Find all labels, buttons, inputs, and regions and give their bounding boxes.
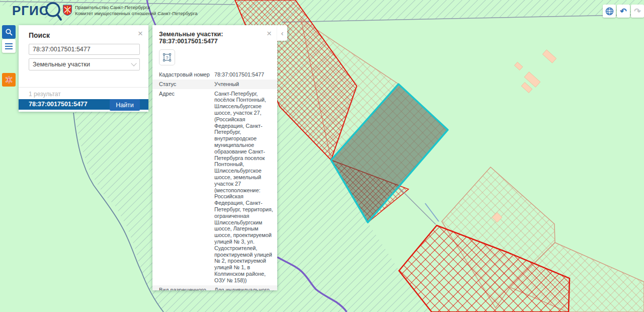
details-table: Кадастровый номер 78:37:0017501:5477 Ста… (152, 70, 277, 290)
results-count: 1 результат (19, 87, 148, 99)
search-panel: Поиск × Земельные участки Найти 1 резуль… (19, 25, 148, 112)
search-panel-title: Поиск (19, 25, 148, 41)
org-line-1: Правительство Санкт-Петербурга (75, 5, 198, 11)
details-panel-title: Земельные участки: 78:37:0017501:5477 (152, 25, 277, 46)
category-select[interactable]: Земельные участки (29, 58, 140, 70)
row-label: Адрес (159, 91, 214, 284)
menu-icon-bar (5, 43, 13, 44)
spb-emblem-icon (4, 75, 14, 85)
details-panel: Земельные участки: 78:37:0017501:5477 × … (152, 25, 277, 290)
globe-button[interactable] (603, 5, 616, 18)
rgis-magnifier-icon (43, 1, 63, 23)
table-row: Адрес Санкт-Петербург, посёлок Понтонный… (152, 89, 277, 285)
row-value: Санкт-Петербург, посёлок Понтонный, Шлис… (214, 91, 274, 284)
org-line-2: Комитет имущественных отношений Санкт-Пе… (75, 11, 198, 17)
svg-text:?: ? (166, 55, 168, 60)
row-value: Учтенный (214, 81, 274, 88)
row-label: Статус (159, 81, 214, 88)
category-select-value: Земельные участки (33, 61, 90, 68)
undo-icon: ↶ (620, 7, 626, 16)
sidebar-search-button[interactable] (2, 25, 16, 39)
row-label: Вид разрешенного использования (159, 287, 214, 291)
table-row: Статус Учтенный (152, 80, 277, 89)
close-icon[interactable]: × (267, 30, 272, 38)
sidebar-menu-button[interactable] (2, 39, 16, 53)
spb-coat-of-arms-icon (62, 4, 72, 16)
org-title: Правительство Санкт-Петербурга Комитет и… (75, 5, 198, 16)
search-input[interactable] (29, 44, 140, 55)
chevron-left-icon: ‹ (281, 29, 284, 37)
search-icon (5, 28, 13, 36)
chevron-down-icon (131, 60, 136, 66)
menu-icon-bar (5, 48, 13, 49)
row-value: Для индивидуального жилищного строительс… (214, 287, 274, 291)
globe-icon (605, 7, 614, 16)
sidebar-emblem-button[interactable] (2, 73, 16, 87)
parcel-info-tool-button[interactable]: ? (159, 49, 175, 65)
table-row: Вид разрешенного использования Для индив… (152, 285, 277, 291)
map-toolbar: ↶ ↷ (602, 5, 644, 18)
parcel-question-icon: ? (162, 52, 172, 62)
close-icon[interactable]: × (138, 30, 143, 38)
find-button[interactable]: Найти (110, 99, 140, 111)
undo-button[interactable]: ↶ (617, 5, 630, 18)
row-label: Кадастровый номер (159, 71, 214, 78)
redo-icon: ↷ (634, 7, 640, 16)
row-value: 78:37:0017501:5477 (214, 71, 274, 78)
redo-button[interactable]: ↷ (631, 5, 644, 18)
menu-icon-bar (5, 46, 13, 47)
table-row: Кадастровый номер 78:37:0017501:5477 (152, 70, 277, 80)
details-collapse-button[interactable]: ‹ (277, 25, 287, 41)
